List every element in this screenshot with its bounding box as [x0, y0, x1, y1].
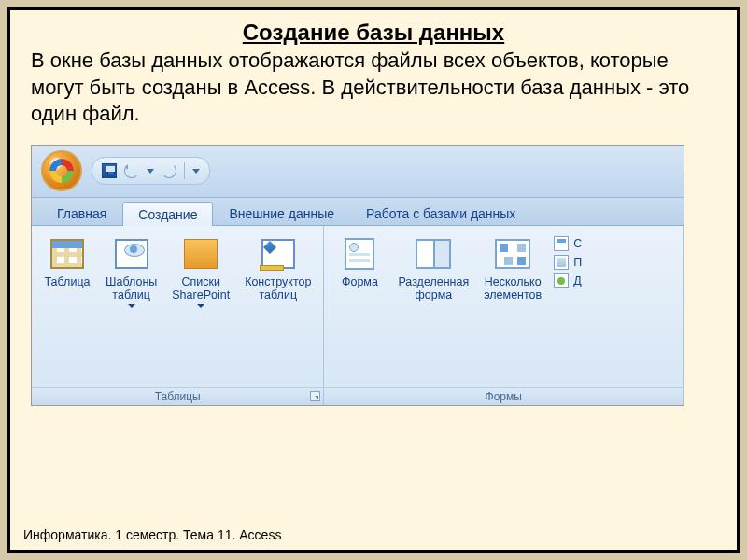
slide-footer: Информатика. 1 семестр. Тема 11. Access	[23, 527, 281, 542]
undo-dropdown-icon[interactable]	[147, 169, 154, 174]
title-bar	[32, 146, 684, 198]
more-forms-icon	[554, 273, 569, 288]
group-tables-label-text: Таблицы	[155, 390, 201, 403]
group-tables-label: Таблицы	[32, 387, 323, 405]
qat-customize-icon[interactable]	[192, 169, 200, 174]
dialog-launcher-icon[interactable]	[310, 391, 320, 401]
pivot-chart-button[interactable]: С	[552, 235, 584, 252]
table-templates-label: Шаблонытаблиц	[106, 272, 157, 302]
chevron-down-icon	[197, 304, 204, 308]
sharepoint-lists-label: СпискиSharePoint	[172, 272, 230, 302]
quick-access-toolbar	[92, 157, 210, 185]
table-label: Таблица	[44, 272, 90, 288]
save-icon[interactable]	[102, 163, 117, 178]
group-tables: Таблица Шаблонытаблиц СпискиSharePoint	[32, 226, 324, 405]
ribbon-tabstrip: Главная Создание Внешние данные Работа с…	[32, 198, 684, 226]
table-button[interactable]: Таблица	[37, 231, 97, 293]
office-button[interactable]	[41, 150, 82, 191]
qat-separator	[184, 162, 185, 179]
split-form-label: Разделеннаяформа	[398, 272, 469, 302]
undo-icon[interactable]	[124, 163, 139, 178]
slide-body-text: В окне базы данных отображаются файлы вс…	[10, 48, 737, 135]
table-design-label: Конструктортаблиц	[245, 272, 311, 302]
blank-form-label: П	[573, 256, 582, 269]
tab-external-data[interactable]: Внешние данные	[213, 201, 350, 225]
sharepoint-icon	[184, 239, 218, 269]
chevron-down-icon	[128, 304, 135, 308]
group-forms-label: Формы	[324, 387, 683, 405]
split-form-icon	[416, 239, 451, 269]
group-forms: Форма Разделеннаяформа Несколькоэлементо…	[324, 226, 684, 405]
table-icon	[50, 239, 84, 269]
table-design-button[interactable]: Конструктортаблиц	[238, 231, 317, 307]
more-forms-label: Д	[573, 274, 581, 287]
forms-small-column: С П Д	[550, 231, 585, 293]
split-form-button[interactable]: Разделеннаяформа	[391, 231, 475, 307]
tab-database-tools[interactable]: Работа с базами данных	[350, 201, 531, 225]
sharepoint-lists-button[interactable]: СпискиSharePoint	[165, 231, 236, 313]
multiple-items-icon	[495, 239, 530, 269]
table-templates-icon	[115, 239, 148, 269]
multiple-items-label: Несколькоэлементов	[484, 272, 542, 302]
form-icon	[345, 238, 374, 270]
pivot-chart-icon	[554, 236, 569, 251]
slide-title: Создание базы данных	[10, 10, 737, 48]
blank-form-icon	[554, 255, 569, 270]
blank-form-button[interactable]: П	[552, 254, 584, 271]
tab-home[interactable]: Главная	[41, 201, 122, 225]
table-design-icon	[261, 239, 295, 269]
access-ribbon-screenshot: Главная Создание Внешние данные Работа с…	[31, 145, 684, 406]
ribbon-body: Таблица Шаблонытаблиц СпискиSharePoint	[32, 226, 684, 405]
redo-icon[interactable]	[162, 163, 176, 178]
group-forms-label-text: Формы	[486, 390, 522, 403]
tab-create[interactable]: Создание	[122, 202, 213, 226]
multiple-items-button[interactable]: Несколькоэлементов	[477, 231, 548, 307]
table-templates-button[interactable]: Шаблонытаблиц	[99, 231, 163, 313]
form-button[interactable]: Форма	[330, 231, 389, 293]
pivot-chart-label: С	[573, 237, 582, 250]
more-forms-button[interactable]: Д	[552, 273, 584, 289]
form-label: Форма	[342, 272, 378, 288]
